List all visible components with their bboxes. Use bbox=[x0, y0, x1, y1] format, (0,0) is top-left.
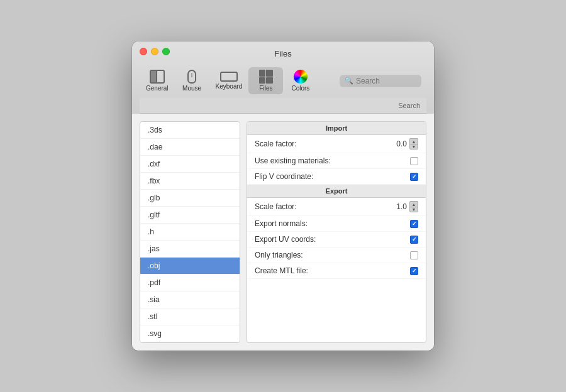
content-area: .3ds .dae .dxf .fbx .glb .gltf .h .jas .… bbox=[132, 114, 434, 351]
import-materials-row: Use existing materials: bbox=[247, 153, 426, 169]
toolbar-item-keyboard[interactable]: Keyboard bbox=[209, 69, 249, 92]
export-uv-checkbox[interactable] bbox=[410, 236, 418, 244]
settings-panel: Import Scale factor: 0.0 ▲ ▼ Use existin… bbox=[247, 121, 426, 343]
toolbar-label-keyboard: Keyboard bbox=[216, 83, 243, 90]
file-item-fbx[interactable]: .fbx bbox=[140, 173, 240, 190]
export-triangles-checkbox[interactable] bbox=[410, 251, 418, 259]
import-header: Import bbox=[247, 122, 426, 135]
export-scale-row: Scale factor: 1.0 ▲ ▼ bbox=[247, 198, 426, 216]
toolbar-bottom-row: Search bbox=[140, 98, 426, 114]
file-item-dxf[interactable]: .dxf bbox=[140, 156, 240, 173]
file-item-jas[interactable]: .jas bbox=[140, 241, 240, 258]
toolbar-item-general[interactable]: General bbox=[140, 67, 175, 94]
import-scale-value: 0.0 bbox=[388, 139, 407, 148]
export-scale-up[interactable]: ▲ bbox=[409, 201, 418, 207]
title-bar: Files General Mouse Keyboard bbox=[132, 41, 434, 114]
toolbar: General Mouse Keyboard bbox=[140, 63, 426, 98]
export-mtl-checkbox[interactable] bbox=[410, 267, 418, 275]
search-box[interactable]: 🔍 bbox=[340, 75, 421, 87]
export-header: Export bbox=[247, 185, 426, 198]
export-normals-row: Export normals: bbox=[247, 216, 426, 232]
toolbar-item-colors[interactable]: Colors bbox=[283, 67, 318, 94]
export-triangles-row: Only triangles: bbox=[247, 248, 426, 263]
keyboard-icon bbox=[220, 72, 238, 82]
import-flipv-row: Flip V coordinate: bbox=[247, 169, 426, 185]
import-scale-stepper[interactable]: ▲ ▼ bbox=[409, 138, 418, 150]
export-mtl-row: Create MTL file: bbox=[247, 263, 426, 279]
file-item-h[interactable]: .h bbox=[140, 224, 240, 241]
file-item-gltf[interactable]: .gltf bbox=[140, 207, 240, 224]
export-normals-label: Export normals: bbox=[255, 219, 410, 228]
import-flipv-checkbox[interactable] bbox=[410, 173, 418, 181]
colors-icon bbox=[294, 70, 308, 84]
toolbar-label-mouse: Mouse bbox=[182, 85, 201, 92]
import-scale-row: Scale factor: 0.0 ▲ ▼ bbox=[247, 135, 426, 153]
export-scale-value: 1.0 bbox=[388, 202, 407, 211]
main-window: Files General Mouse Keyboard bbox=[132, 41, 434, 351]
search-label: Search bbox=[277, 101, 426, 111]
export-normals-checkbox[interactable] bbox=[410, 220, 418, 228]
files-icon bbox=[259, 70, 273, 84]
toolbar-label-colors: Colors bbox=[291, 85, 309, 92]
general-icon bbox=[150, 70, 165, 84]
import-materials-checkbox[interactable] bbox=[410, 157, 418, 165]
toolbar-label-files: Files bbox=[259, 85, 272, 92]
import-scale-up[interactable]: ▲ bbox=[409, 138, 418, 144]
file-item-dae[interactable]: .dae bbox=[140, 139, 240, 156]
toolbar-label-general: General bbox=[146, 85, 169, 92]
export-uv-row: Export UV coords: bbox=[247, 232, 426, 248]
search-icon: 🔍 bbox=[345, 77, 353, 85]
import-materials-label: Use existing materials: bbox=[255, 156, 410, 165]
file-item-glb[interactable]: .glb bbox=[140, 190, 240, 207]
window-title: Files bbox=[140, 49, 426, 58]
export-scale-label: Scale factor: bbox=[255, 202, 388, 211]
file-list: .3ds .dae .dxf .fbx .glb .gltf .h .jas .… bbox=[140, 121, 240, 343]
search-input[interactable] bbox=[356, 77, 416, 85]
file-item-3ds[interactable]: .3ds bbox=[140, 122, 240, 139]
mouse-icon bbox=[187, 70, 196, 84]
export-scale-stepper[interactable]: ▲ ▼ bbox=[409, 201, 418, 212]
import-scale-down[interactable]: ▼ bbox=[409, 144, 418, 150]
file-item-stl[interactable]: .stl bbox=[140, 308, 240, 325]
import-flipv-label: Flip V coordinate: bbox=[255, 172, 410, 181]
file-item-sia[interactable]: .sia bbox=[140, 291, 240, 308]
file-item-pdf[interactable]: .pdf bbox=[140, 275, 240, 291]
import-scale-label: Scale factor: bbox=[255, 139, 388, 148]
export-scale-down[interactable]: ▼ bbox=[409, 207, 418, 212]
export-triangles-label: Only triangles: bbox=[255, 251, 410, 259]
file-item-obj[interactable]: .obj bbox=[140, 258, 240, 275]
toolbar-item-files[interactable]: Files bbox=[248, 67, 283, 94]
toolbar-item-mouse[interactable]: Mouse bbox=[175, 67, 209, 94]
export-mtl-label: Create MTL file: bbox=[255, 266, 410, 275]
file-item-svg[interactable]: .svg bbox=[140, 325, 240, 342]
export-uv-label: Export UV coords: bbox=[255, 235, 410, 244]
